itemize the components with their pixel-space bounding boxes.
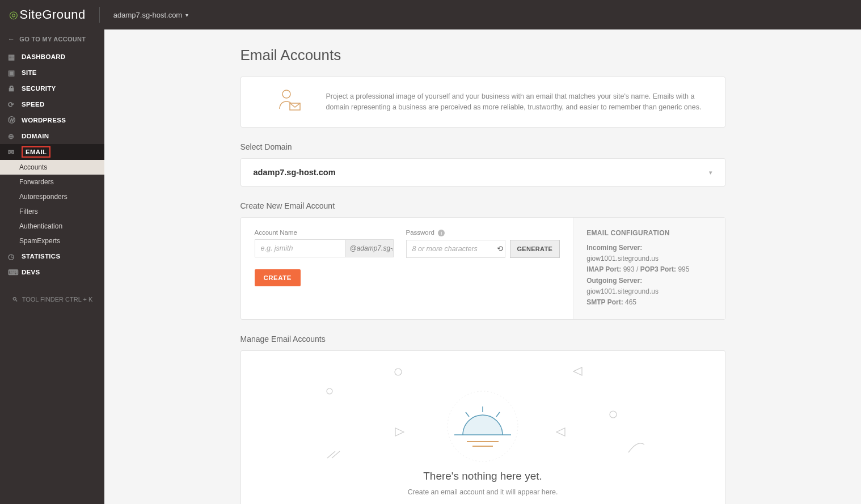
manage-section-label: Manage Email Accounts	[240, 334, 725, 344]
info-text: Project a professional image of yourself…	[326, 91, 708, 113]
sidebar-sub-forwarders[interactable]: Forwarders	[0, 175, 104, 189]
sidebar-item-dashboard[interactable]: ▦ DASHBOARD	[0, 49, 104, 65]
divider	[99, 7, 100, 23]
tool-finder-link[interactable]: 🔍︎ TOOL FINDER CTRL + K	[0, 296, 104, 303]
deco-circle	[609, 410, 617, 418]
account-domain-addon: @adamp7.sg-h...	[345, 239, 394, 257]
info-card: Project a professional image of yourself…	[240, 77, 725, 128]
config-outgoing: Outgoing Server: giow1001.siteground.us	[586, 276, 712, 297]
nav-label: EMAIL	[22, 146, 50, 158]
generate-button[interactable]: GENERATE	[510, 240, 560, 258]
arrow-left-icon: ←	[8, 35, 15, 43]
nav-label: DOMAIN	[22, 133, 49, 139]
deco-circle	[394, 368, 402, 376]
info-icon[interactable]: i	[438, 230, 445, 236]
logo-icon: ◎	[9, 9, 19, 21]
back-link-label: GO TO MY ACCOUNT	[19, 36, 86, 43]
select-domain-label: Select Domain	[240, 142, 725, 151]
domain-dropdown-label: adamp7.sg-host.com	[113, 11, 182, 19]
create-button[interactable]: CREATE	[255, 269, 301, 286]
speed-icon: ⟳	[8, 100, 18, 109]
nav-label: DASHBOARD	[22, 53, 65, 60]
sidebar-sub-authentication[interactable]: Authentication	[0, 219, 104, 234]
main-content: Email Accounts Project a professional im…	[104, 29, 861, 504]
sidebar-item-speed[interactable]: ⟳ SPEED	[0, 96, 104, 112]
config-smtp: SMTP Port: 465	[586, 297, 712, 308]
svg-point-0	[282, 90, 290, 98]
create-form: Account Name @adamp7.sg-h... Password i	[241, 218, 574, 319]
svg-point-10	[327, 388, 332, 394]
sidebar-item-domain[interactable]: ⊕ DOMAIN	[0, 128, 104, 144]
empty-state-graphic	[432, 389, 534, 465]
back-to-account-link[interactable]: ← GO TO MY ACCOUNT	[0, 29, 104, 49]
sidebar: ← GO TO MY ACCOUNT ▦ DASHBOARD ▣ SITE 🔒︎…	[0, 29, 104, 504]
nav-label: SECURITY	[22, 85, 56, 92]
nav-label: SPEED	[22, 101, 45, 108]
selected-domain-value: adamp7.sg-host.com	[254, 168, 336, 177]
top-bar: ◎ SiteGround adamp7.sg-host.com ▾	[0, 0, 861, 29]
site-icon: ▣	[8, 69, 18, 77]
password-field: Password i ⟲ GENERATE	[406, 229, 560, 258]
config-incoming: Incoming Server: giow1001.siteground.us	[586, 243, 712, 264]
svg-point-11	[610, 411, 617, 418]
svg-line-7	[466, 412, 469, 417]
sidebar-item-security[interactable]: 🔒︎ SECURITY	[0, 81, 104, 96]
config-title: EMAIL CONFIGURATION	[586, 229, 712, 237]
devs-icon: ⌨	[8, 268, 18, 277]
wordpress-icon: ⓦ	[8, 115, 18, 125]
deco-lines	[326, 450, 341, 459]
create-email-card: Account Name @adamp7.sg-h... Password i	[240, 217, 725, 320]
svg-point-9	[395, 369, 402, 375]
empty-state-subtitle: Create an email account and it will appe…	[264, 488, 702, 496]
brand-name: SiteGround	[20, 7, 86, 22]
sidebar-sub-filters[interactable]: Filters	[0, 204, 104, 219]
nav-label: STATISTICS	[22, 253, 60, 260]
sidebar-sub-spamexperts[interactable]: SpamExperts	[0, 234, 104, 248]
sidebar-item-site[interactable]: ▣ SITE	[0, 65, 104, 81]
mail-icon: ✉	[8, 148, 18, 156]
account-name-label: Account Name	[255, 229, 394, 236]
dashboard-icon: ▦	[8, 53, 18, 61]
create-section-label: Create New Email Account	[240, 201, 725, 210]
deco-triangle	[573, 367, 583, 376]
password-label: Password i	[406, 229, 560, 236]
email-config-panel: EMAIL CONFIGURATION Incoming Server: gio…	[573, 218, 724, 319]
chevron-down-icon: ▾	[709, 169, 712, 176]
config-ports: IMAP Port: 993 / POP3 Port: 995	[586, 264, 712, 275]
sidebar-sub-autoresponders[interactable]: Autoresponders	[0, 189, 104, 204]
nav-label: DEVS	[22, 269, 40, 276]
password-input[interactable]	[406, 240, 505, 258]
tool-finder-label: TOOL FINDER CTRL + K	[22, 296, 93, 303]
globe-icon: ⊕	[8, 132, 18, 141]
deco-swoosh	[627, 439, 645, 454]
search-icon: 🔍︎	[12, 296, 18, 303]
lock-icon: 🔒︎	[8, 84, 18, 93]
sidebar-item-email[interactable]: ✉ EMAIL	[0, 144, 104, 160]
refresh-icon[interactable]: ⟲	[497, 244, 503, 253]
deco-triangle	[556, 427, 566, 437]
account-name-input[interactable]	[255, 239, 345, 257]
svg-line-8	[496, 412, 500, 417]
empty-state-title: There's nothing here yet.	[264, 470, 702, 482]
svg-line-13	[332, 451, 340, 458]
brand-logo: ◎ SiteGround	[9, 7, 86, 22]
deco-circle	[326, 388, 333, 395]
sidebar-item-statistics[interactable]: ◷ STATISTICS	[0, 248, 104, 264]
svg-line-12	[327, 451, 335, 458]
account-name-field: Account Name @adamp7.sg-h...	[255, 229, 394, 258]
nav-label: WORDPRESS	[22, 117, 66, 124]
nav-label: SITE	[22, 69, 37, 76]
deco-triangle	[394, 427, 404, 437]
page-title: Email Accounts	[240, 46, 725, 64]
sidebar-item-devs[interactable]: ⌨ DEVS	[0, 264, 104, 280]
sidebar-item-wordpress[interactable]: ⓦ WORDPRESS	[0, 112, 104, 128]
chevron-down-icon: ▾	[185, 12, 188, 18]
email-user-icon	[275, 87, 309, 117]
manage-email-card: There's nothing here yet. Create an emai…	[240, 350, 725, 504]
domain-select-dropdown[interactable]: adamp7.sg-host.com ▾	[240, 158, 725, 187]
stats-icon: ◷	[8, 252, 18, 261]
domain-dropdown[interactable]: adamp7.sg-host.com ▾	[113, 11, 188, 19]
sidebar-sub-accounts[interactable]: Accounts	[0, 160, 104, 175]
